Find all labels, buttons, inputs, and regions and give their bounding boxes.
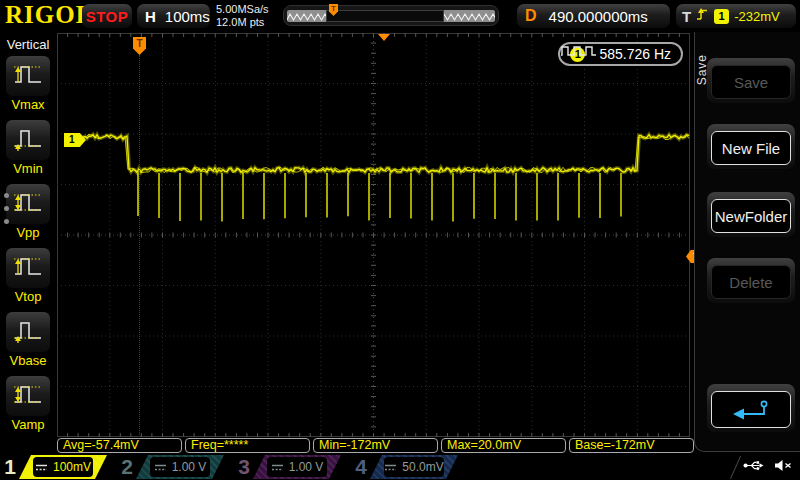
speaker-muted-icon[interactable] bbox=[774, 458, 792, 476]
vbase-icon bbox=[11, 315, 45, 349]
waveform-display[interactable]: T 1 T 1 585.726 Hz bbox=[57, 33, 690, 437]
softkey-new-file[interactable]: New File bbox=[707, 124, 795, 169]
delay-value: 490.000000ms bbox=[549, 8, 648, 25]
softkey-label: Delete bbox=[711, 265, 791, 299]
channel-scale-box: 1.00 V bbox=[253, 455, 341, 479]
run-state-indicator[interactable]: STOP bbox=[82, 4, 132, 28]
preview-view-window[interactable] bbox=[326, 10, 444, 22]
back-button[interactable] bbox=[707, 384, 795, 432]
acquisition-info: 5.00MSa/s 12.0M pts bbox=[216, 3, 269, 29]
left-menu-item-vmax[interactable]: Vmax bbox=[0, 56, 56, 112]
right-softkey-menu: Save SaveNew FileNewFolderDelete bbox=[694, 32, 800, 452]
softkey-delete: Delete bbox=[707, 258, 795, 303]
dc-coupling-icon bbox=[35, 458, 48, 476]
trigger-level-value: -232mV bbox=[734, 9, 780, 24]
usb-icon bbox=[743, 458, 765, 476]
vmax-icon bbox=[11, 59, 45, 93]
channel-scale-box: 100mV bbox=[19, 455, 107, 479]
left-menu-item-label: Vamp bbox=[0, 417, 56, 432]
dc-coupling-icon bbox=[271, 458, 284, 476]
channel-scale-value: 1.00 V bbox=[172, 460, 207, 474]
measurement-readout: Avg=-57.4mV bbox=[57, 438, 182, 453]
trigger-source-badge: 1 bbox=[714, 9, 729, 24]
measurement-readout: Max=20.0mV bbox=[441, 438, 566, 453]
menu-page-dots bbox=[4, 193, 9, 232]
sample-rate: 5.00MSa/s bbox=[216, 3, 269, 16]
dc-coupling-icon bbox=[154, 458, 167, 476]
channel-number: 2 bbox=[120, 455, 134, 479]
softkey-label: New File bbox=[711, 131, 791, 165]
channel-number: 3 bbox=[237, 455, 251, 479]
trigger-status-box[interactable]: T 1 -232mV bbox=[676, 4, 796, 28]
t-label: T bbox=[682, 8, 691, 25]
left-menu-item-vtop[interactable]: Vtop bbox=[0, 248, 56, 304]
rigol-logo: RIGOL bbox=[5, 1, 93, 29]
run-state-label: STOP bbox=[86, 8, 129, 25]
channel-scale-box: 1.00 V bbox=[136, 455, 224, 479]
left-menu-item-label: Vtop bbox=[0, 289, 56, 304]
channel-3-status[interactable]: 3 1.00 V bbox=[234, 454, 341, 480]
softkey-newfolder[interactable]: NewFolder bbox=[707, 192, 795, 237]
dc-coupling-icon bbox=[384, 458, 397, 476]
status-icons bbox=[743, 458, 792, 476]
measurement-bar: Avg=-57.4mVFreq=*****Min=-172mVMax=20.0m… bbox=[57, 438, 694, 454]
measurement-readout: Min=-172mV bbox=[313, 438, 438, 453]
oscilloscope-screen: RIGOL STOP H 100ms 5.00MSa/s 12.0M pts T… bbox=[0, 0, 800, 480]
softkey-label: NewFolder bbox=[711, 199, 791, 233]
vpp-icon bbox=[11, 187, 45, 221]
timebase-value: 100ms bbox=[165, 8, 210, 25]
preview-strip bbox=[287, 10, 495, 22]
channel-1-status[interactable]: 1 100mV bbox=[0, 454, 107, 480]
measurement-readout: Freq=***** bbox=[185, 438, 310, 453]
top-bar: RIGOL STOP H 100ms 5.00MSa/s 12.0M pts T… bbox=[0, 0, 800, 32]
left-menu-item-label: Vmin bbox=[0, 161, 56, 176]
left-measure-menu: Vertical Vmax Vmin Vpp Vtop Vbase Vamp bbox=[0, 32, 56, 456]
vtop-icon bbox=[11, 251, 45, 285]
channel-scale-value: 1.00 V bbox=[289, 460, 324, 474]
horizontal-timebase-box[interactable]: H 100ms bbox=[137, 4, 210, 28]
h-label: H bbox=[145, 8, 156, 25]
softkey-save: Save bbox=[707, 58, 795, 103]
waveform-plot bbox=[57, 33, 690, 437]
left-menu-item-vbase[interactable]: Vbase bbox=[0, 312, 56, 368]
channel-2-status[interactable]: 2 1.00 V bbox=[117, 454, 224, 480]
waveform-preview-bar[interactable]: T bbox=[283, 5, 499, 26]
measurement-readout: Base=-172mV bbox=[569, 438, 694, 453]
left-menu-item-vmin[interactable]: Vmin bbox=[0, 120, 56, 176]
memory-depth: 12.0M pts bbox=[216, 16, 269, 29]
vamp-icon bbox=[11, 379, 45, 413]
softkey-label: Save bbox=[711, 65, 791, 99]
channel-scale-value: 50.0mV bbox=[402, 460, 443, 474]
channel-bar: 1 100mV 2 1.00 V 3 1.00 V 4 bbox=[0, 454, 800, 480]
d-label: D bbox=[525, 7, 537, 25]
return-arrow-icon bbox=[711, 391, 791, 428]
channel-scale-value: 100mV bbox=[53, 460, 91, 474]
frequency-counter-badge: 1 585.726 Hz bbox=[558, 42, 683, 66]
rising-edge-icon bbox=[696, 6, 709, 27]
left-menu-item-label: Vmax bbox=[0, 97, 56, 112]
channel-number: 4 bbox=[354, 455, 368, 479]
vmin-icon bbox=[11, 123, 45, 157]
channel-4-status[interactable]: 4 50.0mV bbox=[351, 454, 458, 480]
left-menu-title: Vertical bbox=[0, 32, 56, 56]
left-menu-item-vamp[interactable]: Vamp bbox=[0, 376, 56, 432]
trigger-position-line bbox=[139, 55, 140, 435]
channel-scale-box: 50.0mV bbox=[370, 455, 458, 479]
channel-number: 1 bbox=[3, 455, 17, 479]
left-menu-item-label: Vbase bbox=[0, 353, 56, 368]
left-menu-items: Vmax Vmin Vpp Vtop Vbase Vamp bbox=[0, 56, 56, 432]
delay-box[interactable]: D 490.000000ms bbox=[517, 4, 670, 28]
freq-counter-value: 585.726 Hz bbox=[599, 46, 671, 62]
